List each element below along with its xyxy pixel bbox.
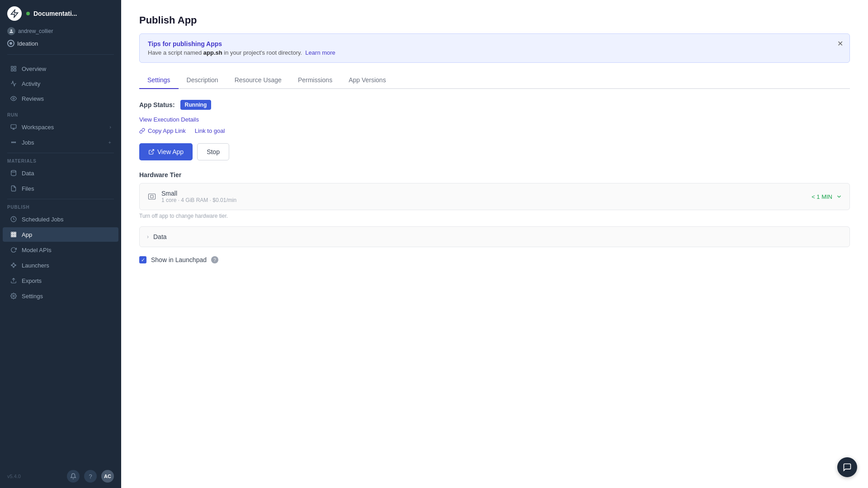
svg-rect-16 xyxy=(13,232,14,234)
svg-rect-35 xyxy=(149,194,156,199)
divider-materials xyxy=(7,153,114,153)
sidebar-item-files[interactable]: Files xyxy=(3,181,118,196)
learn-more-link[interactable]: Learn more xyxy=(305,49,335,56)
app-status-label: App Status: xyxy=(139,101,175,108)
sidebar-item-label: Reviews xyxy=(22,95,111,102)
layout-icon xyxy=(10,65,17,72)
svg-rect-2 xyxy=(11,66,13,68)
sidebar-item-label: Settings xyxy=(22,293,111,300)
sidebar-item-jobs[interactable]: Jobs + xyxy=(3,135,118,150)
tip-script-name: app.sh xyxy=(203,49,222,56)
sidebar-item-exports[interactable]: Exports xyxy=(3,273,118,288)
bell-icon[interactable] xyxy=(67,470,80,483)
tip-body-prefix: Have a script named xyxy=(148,49,203,56)
sidebar-item-label: App xyxy=(22,231,111,238)
svg-rect-18 xyxy=(11,234,13,235)
username: andrew_collier xyxy=(18,28,53,34)
status-badge: Running xyxy=(180,100,212,110)
tab-permissions[interactable]: Permissions xyxy=(290,72,340,89)
sidebar-item-app[interactable]: App xyxy=(3,227,118,242)
chat-widget[interactable] xyxy=(837,457,857,477)
run-section-label: RUN xyxy=(0,110,121,119)
copy-app-link-button[interactable]: Copy App Link xyxy=(139,127,186,134)
hardware-left: Small 1 core · 4 GiB RAM · $0.01/min xyxy=(147,190,236,203)
svg-rect-3 xyxy=(14,66,16,68)
svg-line-31 xyxy=(12,266,13,267)
activity-icon xyxy=(10,80,17,87)
tab-app-versions[interactable]: App Versions xyxy=(340,72,394,89)
svg-rect-4 xyxy=(11,69,13,71)
nav-extra-arrow: › xyxy=(109,124,111,130)
sidebar-item-activity[interactable]: Activity xyxy=(3,76,118,91)
svg-line-28 xyxy=(12,264,13,265)
tip-body: Have a script named app.sh in your proje… xyxy=(148,49,841,56)
svg-rect-23 xyxy=(15,236,16,237)
link-to-goal-button[interactable]: Link to goal xyxy=(195,127,225,134)
data-section[interactable]: › Data xyxy=(139,226,850,247)
sidebar-item-settings[interactable]: Settings xyxy=(3,289,118,303)
svg-rect-19 xyxy=(13,234,14,235)
svg-rect-15 xyxy=(11,232,13,234)
tabs-bar: Settings Description Resource Usage Perm… xyxy=(139,72,850,89)
sidebar-item-label: Exports xyxy=(22,277,111,284)
logo-icon[interactable] xyxy=(7,6,22,21)
view-app-button[interactable]: View App xyxy=(139,143,193,160)
sidebar-item-launchers[interactable]: Launchers xyxy=(3,258,118,272)
tip-body-suffix: in your project's root directory. xyxy=(222,49,302,56)
svg-point-27 xyxy=(13,267,14,267)
view-execution-details-link[interactable]: View Execution Details xyxy=(139,116,850,123)
sidebar-item-label: Launchers xyxy=(22,262,111,269)
launchpad-help-icon[interactable]: ? xyxy=(211,256,218,263)
sidebar-item-scheduled-jobs[interactable]: Scheduled Jobs xyxy=(3,212,118,226)
hardware-name: Small xyxy=(161,190,236,197)
sidebar-item-reviews[interactable]: Reviews xyxy=(3,91,118,106)
sidebar-item-overview[interactable]: Overview xyxy=(3,61,118,76)
tab-description[interactable]: Description xyxy=(179,72,226,89)
hardware-info: Small 1 core · 4 GiB RAM · $0.01/min xyxy=(161,190,236,203)
copy-app-link-label: Copy App Link xyxy=(148,127,186,134)
launchpad-checkbox[interactable]: ✓ xyxy=(139,256,146,263)
export-icon xyxy=(10,277,17,284)
user-avatar xyxy=(7,27,15,35)
view-app-label: View App xyxy=(157,148,184,155)
chevron-down-icon xyxy=(836,193,842,200)
workspace-icon xyxy=(7,40,14,47)
sidebar-header: Documentati... xyxy=(0,0,121,25)
publish-section-label: PUBLISH xyxy=(0,202,121,211)
svg-point-10 xyxy=(11,142,12,143)
user-info: andrew_collier xyxy=(0,25,121,39)
svg-point-25 xyxy=(13,263,14,264)
app-status-row: App Status: Running xyxy=(139,100,850,110)
sidebar-item-label: Files xyxy=(22,185,111,192)
svg-point-33 xyxy=(13,295,14,297)
sidebar-bottom: v5.4.0 ? AC xyxy=(0,465,121,488)
sidebar-item-model-apis[interactable]: Model APIs xyxy=(3,243,118,257)
svg-point-12 xyxy=(14,142,15,143)
nav-extra-plus: + xyxy=(108,140,111,145)
hardware-icon xyxy=(147,192,157,202)
version-label: v5.4.0 xyxy=(7,474,21,479)
sidebar-item-label: Activity xyxy=(22,80,111,87)
divider-top xyxy=(7,54,114,55)
tab-resource-usage[interactable]: Resource Usage xyxy=(226,72,290,89)
sidebar: Documentati... andrew_collier Ideation O… xyxy=(0,0,121,488)
tip-close-button[interactable]: ✕ xyxy=(837,39,843,48)
sidebar-item-data[interactable]: Data xyxy=(3,166,118,180)
chat-icon xyxy=(843,463,852,472)
action-row: View App Stop xyxy=(139,143,850,160)
stop-button[interactable]: Stop xyxy=(197,143,229,160)
data-section-label: Data xyxy=(153,233,167,240)
help-circle-icon[interactable]: ? xyxy=(84,470,97,483)
sidebar-item-workspaces[interactable]: Workspaces › xyxy=(3,120,118,134)
divider-publish xyxy=(7,199,114,199)
hardware-right[interactable]: < 1 MIN xyxy=(811,193,842,200)
svg-line-30 xyxy=(14,266,15,267)
svg-rect-17 xyxy=(15,232,16,234)
user-badge[interactable]: AC xyxy=(101,470,114,483)
launchpad-row: ✓ Show in Launchpad ? xyxy=(139,256,850,263)
svg-rect-20 xyxy=(15,234,16,235)
online-indicator xyxy=(26,12,30,15)
workspace-row[interactable]: Ideation xyxy=(0,39,121,52)
workspace-label: Ideation xyxy=(17,40,38,47)
tab-settings[interactable]: Settings xyxy=(139,72,179,89)
